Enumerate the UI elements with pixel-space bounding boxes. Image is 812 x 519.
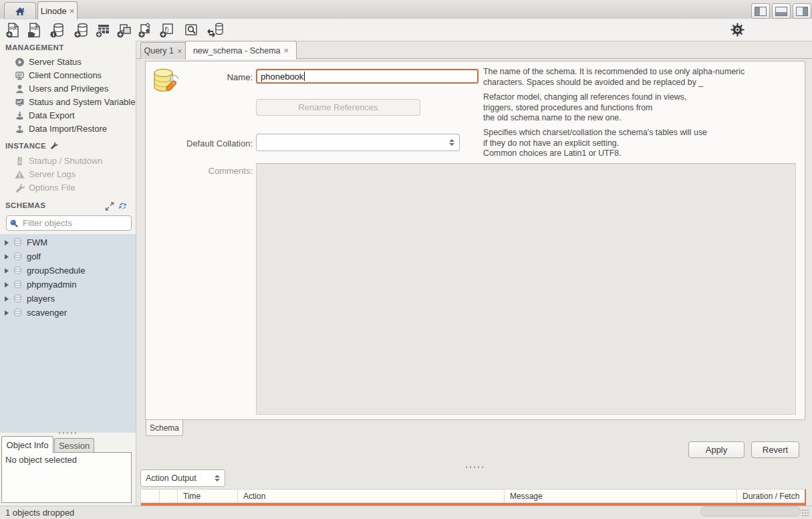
expander-icon[interactable] xyxy=(5,310,9,316)
sidebar-item-status-system-variables[interactable]: Status and System Variables xyxy=(0,96,136,108)
output-splitter-handle[interactable] xyxy=(464,466,485,468)
instance-section-header: INSTANCE xyxy=(5,141,58,150)
column-index xyxy=(160,490,178,502)
options-file-icon xyxy=(14,183,25,193)
toggle-bottom-panel-icon xyxy=(775,7,787,16)
connection-tab-label: Linode xyxy=(41,6,67,16)
server-status-icon xyxy=(14,57,25,68)
name-label: Name: xyxy=(154,72,253,82)
schema-bottom-tab[interactable]: Schema xyxy=(146,420,183,436)
startup-shutdown-icon xyxy=(14,156,25,167)
new-query-tab-icon[interactable]: SQL xyxy=(4,21,22,38)
expander-icon[interactable] xyxy=(5,268,9,274)
horizontal-scrollbar-thumb[interactable] xyxy=(700,506,801,516)
sidebar-item-server-logs[interactable]: Server Logs xyxy=(0,168,136,181)
refresh-schemas-icon[interactable] xyxy=(118,201,128,211)
svg-text:SQL: SQL xyxy=(31,26,39,30)
toggle-left-panel-button[interactable] xyxy=(751,3,770,19)
create-function-icon[interactable]: () f xyxy=(158,21,176,38)
expand-schemas-icon[interactable] xyxy=(105,202,114,211)
schema-row-phpmyadmin[interactable]: phpmyadmin xyxy=(0,278,136,292)
client-connections-icon xyxy=(14,70,25,81)
schema-icon xyxy=(13,280,23,290)
tab-session[interactable]: Session xyxy=(54,438,94,453)
create-schema-icon[interactable] xyxy=(72,21,90,38)
name-help-text: The name of the schema. It is recommende… xyxy=(483,67,801,88)
collation-help-text: Specifies which charset/collation the sc… xyxy=(483,128,801,159)
schema-row-golf[interactable]: golf xyxy=(0,249,136,264)
home-icon xyxy=(14,6,26,17)
users-icon xyxy=(14,84,25,94)
data-export-icon xyxy=(14,110,25,121)
search-objects-icon[interactable] xyxy=(182,21,200,38)
sidebar-item-users-privileges[interactable]: Users and Privileges xyxy=(0,82,136,95)
schema-tree: FWM golf groupSchedule xyxy=(0,234,136,433)
schema-filter-container xyxy=(6,215,132,231)
data-import-icon xyxy=(14,124,25,134)
schema-filter-input[interactable] xyxy=(21,217,124,229)
toggle-right-panel-icon xyxy=(796,7,808,16)
schema-row-scavenger[interactable]: scavenger xyxy=(0,306,136,320)
create-table-icon[interactable] xyxy=(94,21,112,38)
schema-icon xyxy=(13,237,23,247)
schema-icon xyxy=(13,294,23,304)
sidebar-item-server-status[interactable]: Server Status xyxy=(0,56,136,68)
spinner-arrows-icon xyxy=(215,475,220,482)
svg-text:SQL: SQL xyxy=(9,26,18,30)
create-procedure-icon[interactable] xyxy=(136,21,154,38)
toggle-right-panel-button[interactable] xyxy=(793,3,811,19)
status-bar: 1 objects dropped xyxy=(0,506,812,519)
object-info-panel: No object selected xyxy=(1,452,132,503)
sidebar-item-data-export[interactable]: Data Export xyxy=(0,109,136,122)
instance-wrench-icon xyxy=(49,141,58,150)
gear-icon[interactable] xyxy=(728,21,747,38)
output-table-header: Time Action Message Duration / Fetch xyxy=(141,490,805,503)
sidebar-item-data-import[interactable]: Data Import/Restore xyxy=(0,122,136,135)
column-action: Action xyxy=(238,490,505,502)
expander-icon[interactable] xyxy=(5,240,9,245)
tab-new-schema[interactable]: new_schema - Schema × xyxy=(185,41,297,60)
rename-help-text: Refactor model, changing all references … xyxy=(483,92,801,124)
expander-icon[interactable] xyxy=(5,254,9,260)
window-resize-grip[interactable] xyxy=(801,509,809,517)
rename-references-button[interactable]: Rename References xyxy=(256,99,420,116)
column-status xyxy=(141,490,160,502)
close-icon[interactable]: × xyxy=(284,46,289,55)
comments-textarea[interactable] xyxy=(256,163,796,415)
action-output-table: Time Action Message Duration / Fetch xyxy=(140,489,806,507)
schema-name-input[interactable]: phonebook xyxy=(256,69,479,84)
schema-icon xyxy=(13,308,23,318)
schema-icon xyxy=(13,266,23,276)
revert-button[interactable]: Revert xyxy=(751,441,799,458)
default-collation-select[interactable] xyxy=(256,134,460,151)
spinner-arrows-icon xyxy=(449,139,454,146)
output-view-select[interactable]: Action Output xyxy=(140,470,225,487)
schema-row-fwm[interactable]: FWM xyxy=(0,235,136,249)
schema-inspector-icon[interactable] xyxy=(48,21,66,38)
toggle-bottom-panel-button[interactable] xyxy=(772,3,791,19)
schema-row-groupschedule[interactable]: groupSchedule xyxy=(0,264,136,278)
reconnect-database-icon[interactable] xyxy=(206,21,224,38)
create-view-icon[interactable] xyxy=(115,21,133,38)
sidebar-item-client-connections[interactable]: Client Connections xyxy=(0,69,136,82)
expander-icon[interactable] xyxy=(5,296,9,302)
output-view-value: Action Output xyxy=(141,474,196,483)
sidebar-item-options-file[interactable]: Options File xyxy=(0,181,136,194)
connection-tab-linode[interactable]: Linode × xyxy=(37,1,78,20)
home-tab[interactable] xyxy=(4,2,36,19)
schemas-section-header: SCHEMAS xyxy=(5,201,45,209)
sidebar-item-startup-shutdown[interactable]: Startup / Shutdown xyxy=(0,154,136,167)
open-sql-script-icon[interactable]: SQL xyxy=(25,21,43,38)
server-logs-icon xyxy=(14,169,25,180)
schema-row-players[interactable]: players xyxy=(0,292,136,306)
apply-button[interactable]: Apply xyxy=(688,441,745,458)
close-icon[interactable]: × xyxy=(177,47,182,56)
tab-query-1[interactable]: Query 1 × xyxy=(140,42,186,59)
expander-icon[interactable] xyxy=(5,282,9,288)
schema-icon xyxy=(13,251,23,262)
text-caret xyxy=(304,72,305,81)
schema-name-value: phonebook xyxy=(261,72,303,82)
tab-object-info[interactable]: Object Info xyxy=(1,436,53,453)
close-icon[interactable]: × xyxy=(70,7,75,15)
sidebar-splitter-handle[interactable] xyxy=(57,432,78,434)
